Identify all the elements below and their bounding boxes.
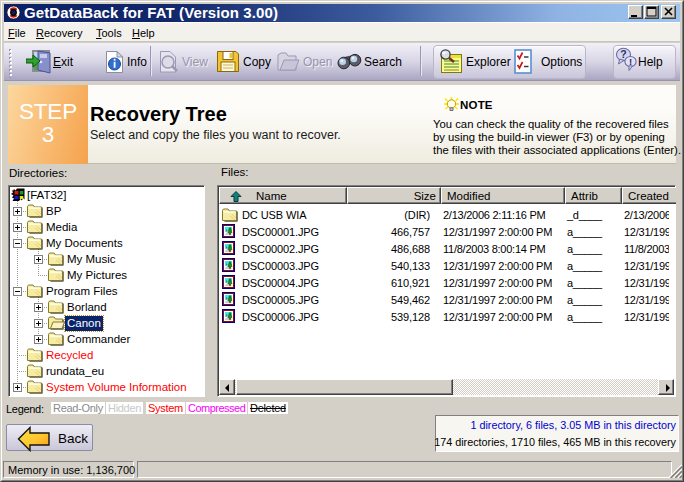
svg-text:!: ! — [629, 56, 632, 67]
